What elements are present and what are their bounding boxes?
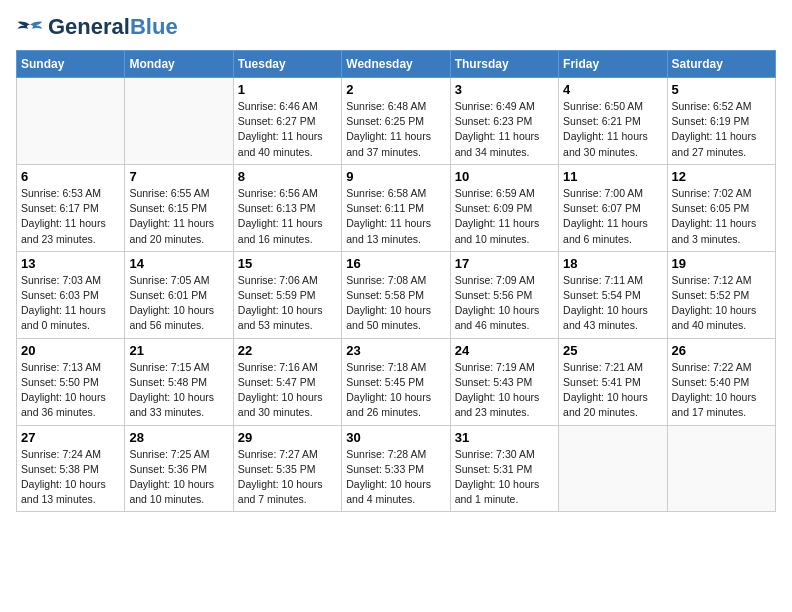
day-number: 18 xyxy=(563,256,662,271)
day-info: Sunrise: 7:05 AM Sunset: 6:01 PM Dayligh… xyxy=(129,273,228,334)
day-info: Sunrise: 7:27 AM Sunset: 5:35 PM Dayligh… xyxy=(238,447,337,508)
week-row-3: 13Sunrise: 7:03 AM Sunset: 6:03 PM Dayli… xyxy=(17,251,776,338)
day-info: Sunrise: 7:09 AM Sunset: 5:56 PM Dayligh… xyxy=(455,273,554,334)
day-cell xyxy=(17,78,125,165)
day-number: 17 xyxy=(455,256,554,271)
day-cell xyxy=(125,78,233,165)
day-info: Sunrise: 6:52 AM Sunset: 6:19 PM Dayligh… xyxy=(672,99,771,160)
day-cell: 22Sunrise: 7:16 AM Sunset: 5:47 PM Dayli… xyxy=(233,338,341,425)
day-info: Sunrise: 7:30 AM Sunset: 5:31 PM Dayligh… xyxy=(455,447,554,508)
day-cell: 16Sunrise: 7:08 AM Sunset: 5:58 PM Dayli… xyxy=(342,251,450,338)
page-header: GeneralBlue xyxy=(16,16,776,38)
day-number: 2 xyxy=(346,82,445,97)
week-row-1: 1Sunrise: 6:46 AM Sunset: 6:27 PM Daylig… xyxy=(17,78,776,165)
day-info: Sunrise: 7:08 AM Sunset: 5:58 PM Dayligh… xyxy=(346,273,445,334)
day-number: 7 xyxy=(129,169,228,184)
day-cell: 26Sunrise: 7:22 AM Sunset: 5:40 PM Dayli… xyxy=(667,338,775,425)
col-header-friday: Friday xyxy=(559,51,667,78)
day-number: 22 xyxy=(238,343,337,358)
day-number: 26 xyxy=(672,343,771,358)
day-info: Sunrise: 7:11 AM Sunset: 5:54 PM Dayligh… xyxy=(563,273,662,334)
day-number: 8 xyxy=(238,169,337,184)
day-info: Sunrise: 7:25 AM Sunset: 5:36 PM Dayligh… xyxy=(129,447,228,508)
day-info: Sunrise: 6:46 AM Sunset: 6:27 PM Dayligh… xyxy=(238,99,337,160)
col-header-wednesday: Wednesday xyxy=(342,51,450,78)
day-cell: 2Sunrise: 6:48 AM Sunset: 6:25 PM Daylig… xyxy=(342,78,450,165)
col-header-sunday: Sunday xyxy=(17,51,125,78)
day-cell: 7Sunrise: 6:55 AM Sunset: 6:15 PM Daylig… xyxy=(125,164,233,251)
day-cell: 11Sunrise: 7:00 AM Sunset: 6:07 PM Dayli… xyxy=(559,164,667,251)
day-info: Sunrise: 6:56 AM Sunset: 6:13 PM Dayligh… xyxy=(238,186,337,247)
day-cell: 30Sunrise: 7:28 AM Sunset: 5:33 PM Dayli… xyxy=(342,425,450,512)
day-info: Sunrise: 7:16 AM Sunset: 5:47 PM Dayligh… xyxy=(238,360,337,421)
day-cell: 4Sunrise: 6:50 AM Sunset: 6:21 PM Daylig… xyxy=(559,78,667,165)
day-number: 23 xyxy=(346,343,445,358)
day-number: 16 xyxy=(346,256,445,271)
day-info: Sunrise: 7:28 AM Sunset: 5:33 PM Dayligh… xyxy=(346,447,445,508)
day-cell xyxy=(667,425,775,512)
day-number: 9 xyxy=(346,169,445,184)
col-header-thursday: Thursday xyxy=(450,51,558,78)
day-number: 20 xyxy=(21,343,120,358)
day-info: Sunrise: 7:15 AM Sunset: 5:48 PM Dayligh… xyxy=(129,360,228,421)
day-number: 25 xyxy=(563,343,662,358)
day-cell: 14Sunrise: 7:05 AM Sunset: 6:01 PM Dayli… xyxy=(125,251,233,338)
day-cell: 31Sunrise: 7:30 AM Sunset: 5:31 PM Dayli… xyxy=(450,425,558,512)
day-cell: 10Sunrise: 6:59 AM Sunset: 6:09 PM Dayli… xyxy=(450,164,558,251)
day-number: 14 xyxy=(129,256,228,271)
day-cell: 6Sunrise: 6:53 AM Sunset: 6:17 PM Daylig… xyxy=(17,164,125,251)
day-cell: 25Sunrise: 7:21 AM Sunset: 5:41 PM Dayli… xyxy=(559,338,667,425)
day-info: Sunrise: 6:59 AM Sunset: 6:09 PM Dayligh… xyxy=(455,186,554,247)
col-header-monday: Monday xyxy=(125,51,233,78)
day-cell: 19Sunrise: 7:12 AM Sunset: 5:52 PM Dayli… xyxy=(667,251,775,338)
day-number: 10 xyxy=(455,169,554,184)
day-info: Sunrise: 6:50 AM Sunset: 6:21 PM Dayligh… xyxy=(563,99,662,160)
day-number: 28 xyxy=(129,430,228,445)
day-info: Sunrise: 7:06 AM Sunset: 5:59 PM Dayligh… xyxy=(238,273,337,334)
day-number: 1 xyxy=(238,82,337,97)
day-number: 3 xyxy=(455,82,554,97)
day-info: Sunrise: 7:02 AM Sunset: 6:05 PM Dayligh… xyxy=(672,186,771,247)
day-info: Sunrise: 7:19 AM Sunset: 5:43 PM Dayligh… xyxy=(455,360,554,421)
logo-bird-icon xyxy=(16,19,44,37)
week-row-2: 6Sunrise: 6:53 AM Sunset: 6:17 PM Daylig… xyxy=(17,164,776,251)
day-number: 15 xyxy=(238,256,337,271)
day-cell: 1Sunrise: 6:46 AM Sunset: 6:27 PM Daylig… xyxy=(233,78,341,165)
day-info: Sunrise: 7:21 AM Sunset: 5:41 PM Dayligh… xyxy=(563,360,662,421)
day-info: Sunrise: 6:53 AM Sunset: 6:17 PM Dayligh… xyxy=(21,186,120,247)
day-cell: 28Sunrise: 7:25 AM Sunset: 5:36 PM Dayli… xyxy=(125,425,233,512)
logo: GeneralBlue xyxy=(16,16,178,38)
day-number: 19 xyxy=(672,256,771,271)
day-cell: 15Sunrise: 7:06 AM Sunset: 5:59 PM Dayli… xyxy=(233,251,341,338)
day-number: 24 xyxy=(455,343,554,358)
day-info: Sunrise: 6:55 AM Sunset: 6:15 PM Dayligh… xyxy=(129,186,228,247)
day-cell: 12Sunrise: 7:02 AM Sunset: 6:05 PM Dayli… xyxy=(667,164,775,251)
logo-general-text: GeneralBlue xyxy=(48,14,178,39)
col-header-saturday: Saturday xyxy=(667,51,775,78)
week-row-4: 20Sunrise: 7:13 AM Sunset: 5:50 PM Dayli… xyxy=(17,338,776,425)
day-info: Sunrise: 7:03 AM Sunset: 6:03 PM Dayligh… xyxy=(21,273,120,334)
col-header-tuesday: Tuesday xyxy=(233,51,341,78)
day-info: Sunrise: 6:58 AM Sunset: 6:11 PM Dayligh… xyxy=(346,186,445,247)
day-cell: 13Sunrise: 7:03 AM Sunset: 6:03 PM Dayli… xyxy=(17,251,125,338)
day-number: 30 xyxy=(346,430,445,445)
day-cell: 20Sunrise: 7:13 AM Sunset: 5:50 PM Dayli… xyxy=(17,338,125,425)
day-info: Sunrise: 7:13 AM Sunset: 5:50 PM Dayligh… xyxy=(21,360,120,421)
day-number: 12 xyxy=(672,169,771,184)
day-cell: 21Sunrise: 7:15 AM Sunset: 5:48 PM Dayli… xyxy=(125,338,233,425)
day-cell: 5Sunrise: 6:52 AM Sunset: 6:19 PM Daylig… xyxy=(667,78,775,165)
week-row-5: 27Sunrise: 7:24 AM Sunset: 5:38 PM Dayli… xyxy=(17,425,776,512)
day-info: Sunrise: 7:12 AM Sunset: 5:52 PM Dayligh… xyxy=(672,273,771,334)
day-cell xyxy=(559,425,667,512)
day-info: Sunrise: 7:00 AM Sunset: 6:07 PM Dayligh… xyxy=(563,186,662,247)
day-cell: 29Sunrise: 7:27 AM Sunset: 5:35 PM Dayli… xyxy=(233,425,341,512)
day-cell: 9Sunrise: 6:58 AM Sunset: 6:11 PM Daylig… xyxy=(342,164,450,251)
day-cell: 18Sunrise: 7:11 AM Sunset: 5:54 PM Dayli… xyxy=(559,251,667,338)
day-cell: 27Sunrise: 7:24 AM Sunset: 5:38 PM Dayli… xyxy=(17,425,125,512)
day-info: Sunrise: 7:24 AM Sunset: 5:38 PM Dayligh… xyxy=(21,447,120,508)
day-number: 11 xyxy=(563,169,662,184)
day-number: 21 xyxy=(129,343,228,358)
day-number: 6 xyxy=(21,169,120,184)
day-cell: 8Sunrise: 6:56 AM Sunset: 6:13 PM Daylig… xyxy=(233,164,341,251)
day-number: 31 xyxy=(455,430,554,445)
